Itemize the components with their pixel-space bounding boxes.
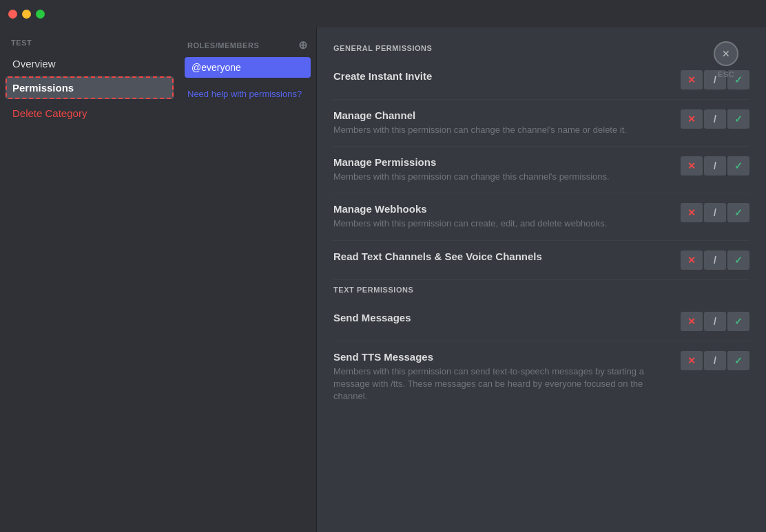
allow-btn-manage-webhooks[interactable]: ✓	[727, 203, 749, 222]
deny-btn-read-text-channels[interactable]: ✕	[681, 251, 703, 270]
sidebar-item-permissions[interactable]: Permissions	[6, 76, 174, 99]
maximize-button[interactable]	[36, 10, 45, 19]
main-layout: TEST Overview Permissions Delete Categor…	[0, 28, 766, 532]
permission-row-send-tts: Send TTS Messages Members with this perm…	[333, 341, 749, 413]
permission-row-read-text-channels: Read Text Channels & See Voice Channels …	[333, 241, 749, 280]
allow-btn-send-tts[interactable]: ✓	[727, 351, 749, 370]
deny-btn-manage-permissions[interactable]: ✕	[681, 156, 703, 175]
text-permissions-section: TEXT PERMISSIONS Send Messages ✕ / ✓ Sen…	[333, 286, 749, 413]
add-role-icon[interactable]: ⊕	[298, 39, 308, 52]
esc-label: ESC	[718, 70, 734, 78]
sidebar-item-delete[interactable]: Delete Category	[6, 102, 174, 125]
permission-name-send-messages: Send Messages	[333, 312, 670, 323]
neutral-btn-manage-webhooks[interactable]: /	[704, 203, 726, 222]
allow-btn-manage-channel[interactable]: ✓	[727, 109, 749, 129]
role-item-everyone[interactable]: @everyone	[185, 57, 311, 78]
permission-name-manage-channel: Manage Channel	[333, 109, 670, 121]
esc-button-area: ✕ ESC	[714, 41, 738, 78]
neutral-btn-read-text-channels[interactable]: /	[704, 251, 726, 270]
permission-controls-send-tts: ✕ / ✓	[681, 351, 749, 370]
allow-btn-read-text-channels[interactable]: ✓	[727, 251, 749, 270]
permission-row-manage-webhooks: Manage Webhooks Members with this permis…	[333, 193, 749, 240]
neutral-btn-manage-permissions[interactable]: /	[704, 156, 726, 175]
deny-btn-send-messages[interactable]: ✕	[681, 312, 703, 331]
permission-desc-manage-webhooks: Members with this permission can create,…	[333, 217, 670, 230]
minimize-button[interactable]	[22, 10, 31, 19]
permissions-panel: GENERAL PERMISSIONS Create Instant Invit…	[317, 28, 766, 532]
permission-info-manage-webhooks: Manage Webhooks Members with this permis…	[333, 203, 670, 230]
deny-btn-send-tts[interactable]: ✕	[681, 351, 703, 370]
left-sidebar: TEST Overview Permissions Delete Categor…	[0, 28, 179, 532]
permission-name-create-instant-invite: Create Instant Invite	[333, 70, 670, 82]
permission-name-manage-webhooks: Manage Webhooks	[333, 203, 670, 215]
close-button[interactable]	[8, 10, 17, 19]
permission-controls-manage-webhooks: ✕ / ✓	[681, 203, 749, 222]
esc-icon: ✕	[722, 48, 730, 59]
text-permissions-header: TEXT PERMISSIONS	[333, 286, 749, 294]
traffic-lights	[8, 10, 45, 19]
deny-btn-manage-webhooks[interactable]: ✕	[681, 203, 703, 222]
permission-name-read-text-channels: Read Text Channels & See Voice Channels	[333, 251, 670, 262]
permission-info-manage-permissions: Manage Permissions Members with this per…	[333, 156, 670, 183]
permission-info-send-messages: Send Messages	[333, 312, 670, 326]
sidebar-item-delete-label: Delete Category	[12, 107, 87, 119]
roles-column: ROLES/MEMBERS ⊕ @everyone Need help with…	[179, 28, 317, 532]
permission-info-read-text-channels: Read Text Channels & See Voice Channels	[333, 251, 670, 265]
permission-controls-read-text-channels: ✕ / ✓	[681, 251, 749, 270]
deny-btn-manage-channel[interactable]: ✕	[681, 109, 703, 129]
title-bar	[0, 0, 766, 28]
deny-btn-create-instant-invite[interactable]: ✕	[681, 70, 703, 89]
permission-controls-manage-permissions: ✕ / ✓	[681, 156, 749, 175]
roles-section-label: ROLES/MEMBERS ⊕	[185, 39, 311, 52]
sidebar-item-overview[interactable]: Overview	[6, 52, 174, 75]
permission-info-send-tts: Send TTS Messages Members with this perm…	[333, 351, 670, 403]
sidebar-item-overview-label: Overview	[12, 58, 56, 70]
sidebar-item-permissions-label: Permissions	[12, 82, 74, 94]
permission-name-manage-permissions: Manage Permissions	[333, 156, 670, 168]
permission-row-manage-channel: Manage Channel Members with this permiss…	[333, 100, 749, 147]
help-link[interactable]: Need help with permissions?	[185, 83, 311, 105]
permission-desc-manage-channel: Members with this permission can change …	[333, 124, 670, 136]
permission-row-create-instant-invite: Create Instant Invite ✕ / ✓	[333, 61, 749, 100]
permission-row-send-messages: Send Messages ✕ / ✓	[333, 302, 749, 341]
general-permissions-header: GENERAL PERMISSIONS	[333, 44, 749, 52]
permission-row-manage-permissions: Manage Permissions Members with this per…	[333, 147, 749, 193]
neutral-btn-send-tts[interactable]: /	[704, 351, 726, 370]
sidebar-section-label: TEST	[6, 39, 174, 47]
permission-controls-send-messages: ✕ / ✓	[681, 312, 749, 331]
permission-controls-manage-channel: ✕ / ✓	[681, 109, 749, 129]
permission-name-send-tts: Send TTS Messages	[333, 351, 670, 363]
neutral-btn-send-messages[interactable]: /	[704, 312, 726, 331]
neutral-btn-manage-channel[interactable]: /	[704, 109, 726, 129]
permission-desc-send-tts: Members with this permission can send te…	[333, 365, 670, 403]
esc-button[interactable]: ✕	[714, 41, 738, 66]
permission-info-manage-channel: Manage Channel Members with this permiss…	[333, 109, 670, 136]
permission-info-create-instant-invite: Create Instant Invite	[333, 70, 670, 85]
role-everyone-label: @everyone	[192, 62, 241, 73]
allow-btn-manage-permissions[interactable]: ✓	[727, 156, 749, 175]
roles-section-text: ROLES/MEMBERS	[187, 41, 259, 50]
permission-desc-manage-permissions: Members with this permission can change …	[333, 171, 670, 183]
allow-btn-send-messages[interactable]: ✓	[727, 312, 749, 331]
